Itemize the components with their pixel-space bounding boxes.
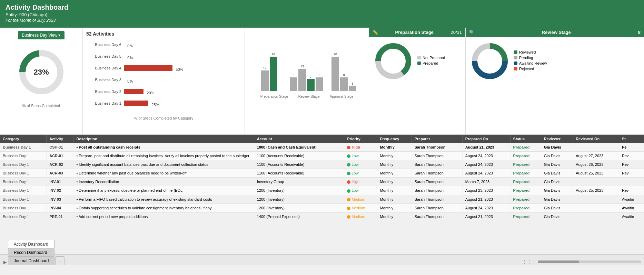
- account-cell: 1400 (Prepaid Expenses): [254, 212, 344, 221]
- status-cell: Prepared: [510, 178, 541, 186]
- reviewer-cell: Gia Davis: [541, 203, 573, 212]
- frequency-cell: Monthly: [377, 143, 412, 152]
- bar-rect: [340, 77, 348, 91]
- top-panels: Business Day View ▾ 23% % of Steps Compl…: [0, 28, 644, 135]
- description-cell: • Prepare, post and distribute all remai…: [73, 152, 254, 160]
- legend-label: Not Prepared: [423, 56, 445, 60]
- table-row[interactable]: Business Day 1ACR-03• Determine whether …: [0, 169, 644, 178]
- preparer-cell: Sarah Thompson: [412, 178, 462, 186]
- review-count: 8: [638, 30, 641, 35]
- bar-rect: [290, 77, 297, 91]
- bar-row: Business Day 3 0%: [90, 76, 238, 83]
- bar-value: 8: [343, 73, 345, 77]
- tab-activity-dashboard[interactable]: Activity Dashboard: [8, 240, 55, 248]
- reviewed-on-cell: [573, 178, 619, 186]
- priority-cell: Medium: [344, 195, 377, 203]
- table-row[interactable]: Business Day 1INV-03• Perform a FIFO-bas…: [0, 195, 644, 203]
- preparer-cell: Sarah Thompson: [412, 195, 462, 203]
- prepared-on-cell: August 24, 2023: [462, 169, 510, 178]
- prepared-on-cell: August 21, 2023: [462, 212, 510, 221]
- table-row[interactable]: Business Day 1INV-01• Inventory Reconcil…: [0, 178, 644, 186]
- table-row[interactable]: Business Day 1ACR-02• Identify significa…: [0, 160, 644, 169]
- bar-percent: 50%: [176, 67, 183, 72]
- bar-label: Business Day 3: [90, 78, 124, 82]
- bar-value: 12: [263, 66, 266, 70]
- activity-cell: CSH-01: [47, 143, 73, 152]
- table-header-cell: Category: [0, 135, 47, 143]
- description-cell: • Identify significant account balances …: [73, 160, 254, 169]
- frequency-cell: Monthly: [377, 203, 412, 212]
- status-cell: Prepared: [510, 160, 541, 169]
- preparer-cell: Sarah Thompson: [412, 212, 462, 221]
- status-cell: Prepared: [510, 152, 541, 160]
- activity-cell: INV-02: [47, 186, 73, 195]
- nav-prev-button[interactable]: ▶: [3, 260, 7, 265]
- frequency-cell: Monthly: [377, 212, 412, 221]
- period-label: For the Month of July, 2023: [6, 18, 638, 23]
- table-header-cell: St: [619, 135, 644, 143]
- description-cell: • Inventory Reconciliation: [73, 178, 254, 186]
- reviewer-cell: Gia Davis: [541, 152, 573, 160]
- tab-journal-dashboard[interactable]: Journal Dashboard: [8, 256, 55, 265]
- preparer-cell: Sarah Thompson: [412, 169, 462, 178]
- priority-cell: Low: [344, 186, 377, 195]
- table-row[interactable]: Business Day 1INV-04• Obtain supporting …: [0, 203, 644, 212]
- business-day-view-button[interactable]: Business Day View ▾: [18, 31, 65, 39]
- reviewer-cell: Gia Davis: [541, 186, 573, 195]
- table-header-cell: Reviewed On: [573, 135, 619, 143]
- table-row[interactable]: Business Day 1ACR-01• Prepare, post and …: [0, 152, 644, 160]
- table-row[interactable]: Business Day 1PRE-01• Add current period…: [0, 212, 644, 221]
- priority-cell: Low: [344, 169, 377, 178]
- description-cell: • Determine if any excess, obsolete or p…: [73, 186, 254, 195]
- st-cell: Awaitin: [619, 212, 644, 221]
- prep-count: 20/31: [450, 30, 462, 35]
- account-cell: 1200 (Inventory): [254, 203, 344, 212]
- bar-rect: [316, 77, 323, 91]
- preparer-cell: Sarah Thompson: [412, 186, 462, 195]
- st-cell: Rev: [619, 152, 644, 160]
- bar-rect: [270, 57, 277, 91]
- bar-rect: [261, 70, 269, 91]
- priority-cell: High: [344, 143, 377, 152]
- status-cell: Prepared: [510, 169, 541, 178]
- review-header: 🔍 Review Stage 8: [466, 28, 644, 37]
- bar-value: 7: [310, 75, 311, 78]
- activity-cell: PRE-01: [47, 212, 73, 221]
- bar-percent: 0%: [127, 44, 133, 48]
- priority-cell: High: [344, 178, 377, 186]
- account-cell: Inventory Group: [254, 178, 344, 186]
- reviewed-on-cell: August 25, 2023: [573, 186, 619, 195]
- table-row[interactable]: Business Day 1INV-02• Determine if any e…: [0, 186, 644, 195]
- legend-label: Prepared: [423, 61, 438, 65]
- bar-percent: 0%: [127, 56, 133, 60]
- reviewed-on-cell: [573, 195, 619, 203]
- add-tab-button[interactable]: +: [55, 256, 64, 265]
- status-cell: Prepared: [510, 212, 541, 221]
- review-donut: [469, 40, 511, 82]
- grouped-bar-col: 7: [307, 75, 315, 91]
- table-row[interactable]: Business Day 1CSH-01• Post all outstandi…: [0, 143, 644, 152]
- priority-dot: [347, 154, 350, 158]
- category-cell: Business Day 1: [0, 169, 47, 178]
- priority-cell: Medium: [344, 212, 377, 221]
- frequency-cell: Monthly: [377, 152, 412, 160]
- frequency-cell: Monthly: [377, 178, 412, 186]
- reviewed-on-cell: August 25, 2023: [573, 169, 619, 178]
- legend-item: Prepared: [417, 61, 445, 65]
- st-cell: Pe: [619, 143, 644, 152]
- table-container[interactable]: CategoryActivityDescriptionAccountPriori…: [0, 135, 644, 254]
- priority-dot: [347, 172, 350, 175]
- group-bars: 20 8 3: [331, 53, 356, 91]
- prepared-on-cell: August 21, 2023: [462, 143, 510, 152]
- reviewer-cell: Gia Davis: [541, 178, 573, 186]
- prep-donut: [373, 40, 414, 82]
- preparer-cell: Sarah Thompson: [412, 143, 462, 152]
- activity-cell: ACR-03: [47, 169, 73, 178]
- bar-row: Business Day 4 50%: [90, 65, 238, 72]
- bar-track: 0%: [124, 77, 238, 83]
- prepared-on-cell: August 21, 2023: [462, 195, 510, 203]
- tab-recon-dashboard[interactable]: Recon Dashboard: [8, 248, 55, 256]
- preparer-cell: Sarah Thompson: [412, 152, 462, 160]
- table-header-cell: Priority: [344, 135, 377, 143]
- prepared-on-cell: August 23, 2023: [462, 186, 510, 195]
